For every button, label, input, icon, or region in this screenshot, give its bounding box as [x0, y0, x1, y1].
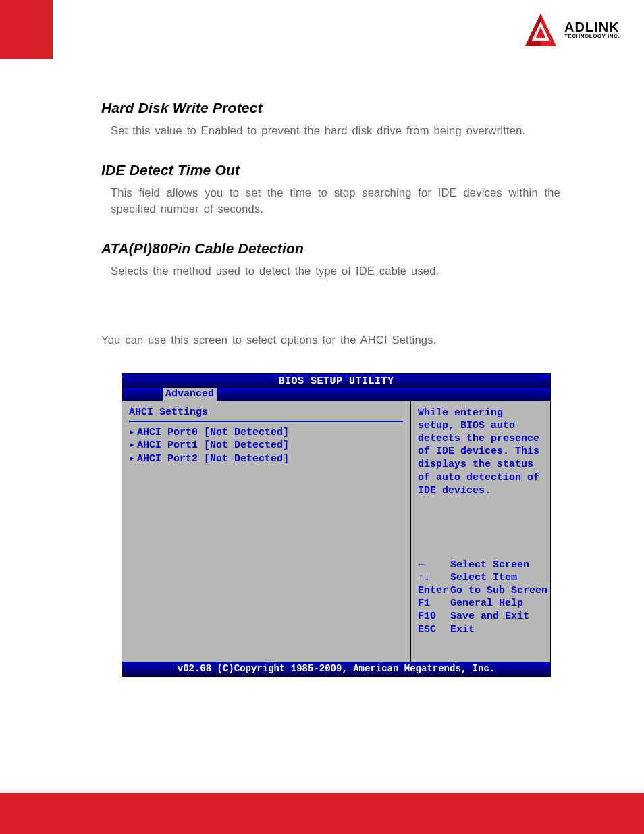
- footer-bar: [0, 793, 644, 834]
- bios-item-label: AHCI Port0 [Not Detected]: [137, 427, 289, 438]
- bios-key-label: General Help: [450, 598, 523, 609]
- bios-key-label: Exit: [450, 624, 475, 635]
- bios-key-legend: ←Select Screen ↑↓Select Item EnterGo to …: [418, 558, 545, 636]
- bios-key-label: Go to Sub Screen: [450, 585, 547, 596]
- bios-key: Enter: [418, 584, 450, 597]
- triangle-right-icon: ▸: [129, 452, 137, 466]
- bios-left-panel: AHCI Settings ▸AHCI Port0 [Not Detected]…: [122, 401, 410, 662]
- bios-copyright: v02.68 (C)Copyright 1985-2009, American …: [122, 662, 550, 676]
- triangle-right-icon: ▸: [129, 426, 137, 440]
- bios-item-label: AHCI Port2 [Not Detected]: [137, 453, 289, 465]
- bios-screenshot: BIOS SETUP UTILITY Advanced AHCI Setting…: [122, 373, 551, 677]
- brand-logo: ADLINK TECHNOLOGY INC.: [522, 12, 620, 47]
- bios-key-label: Select Screen: [450, 559, 529, 571]
- bios-title: BIOS SETUP UTILITY: [122, 374, 550, 388]
- section-heading: ATA(PI)80Pin Cable Detection: [101, 240, 560, 257]
- bios-key: ←: [418, 558, 450, 571]
- bios-tab-row: Advanced: [122, 388, 550, 401]
- triangle-right-icon: ▸: [129, 439, 137, 452]
- section-heading: IDE Detect Time Out: [101, 162, 560, 178]
- bios-menu-item[interactable]: ▸AHCI Port1 [Not Detected]: [129, 439, 403, 452]
- bios-tab-advanced[interactable]: Advanced: [163, 388, 217, 401]
- logo-brand-text: ADLINK: [564, 20, 620, 34]
- section-body: Set this value to Enabled to prevent the…: [101, 123, 560, 139]
- bios-item-label: AHCI Port1 [Not Detected]: [137, 440, 289, 451]
- bios-key: ↑↓: [418, 571, 450, 584]
- section-body: Selects the method used to detect the ty…: [101, 263, 560, 280]
- section-body: This field allows you to set the time to…: [101, 185, 560, 217]
- bios-divider: [129, 421, 403, 422]
- bios-help-text: While entering setup, BIOS auto detects …: [418, 407, 545, 497]
- bios-menu-item[interactable]: ▸AHCI Port0 [Not Detected]: [129, 426, 403, 440]
- bios-key: F10: [418, 610, 450, 623]
- intro-text: You can use this screen to select option…: [101, 334, 560, 346]
- bios-key-label: Save and Exit: [450, 610, 529, 622]
- logo-sub-text: TECHNOLOGY INC.: [564, 33, 620, 39]
- bios-key: F1: [418, 597, 450, 610]
- bios-menu-item[interactable]: ▸AHCI Port2 [Not Detected]: [129, 452, 403, 466]
- bios-key-label: Select Item: [450, 572, 517, 583]
- section-heading: Hard Disk Write Protect: [101, 100, 560, 116]
- bios-right-panel: While entering setup, BIOS auto detects …: [410, 401, 550, 662]
- bios-section-title: AHCI Settings: [129, 407, 403, 418]
- bios-key: ESC: [418, 623, 450, 636]
- corner-accent: [0, 0, 53, 59]
- document-body: Hard Disk Write Protect Set this value t…: [101, 86, 560, 677]
- logo-triangle-icon: [522, 12, 559, 47]
